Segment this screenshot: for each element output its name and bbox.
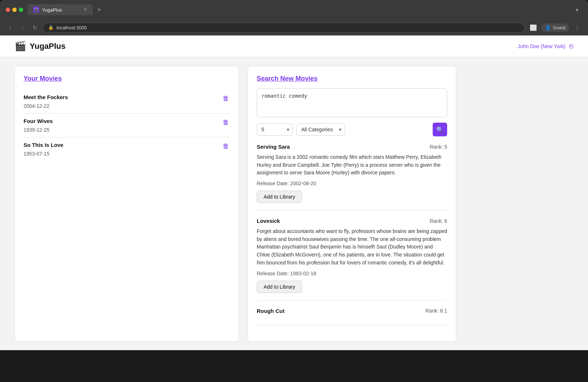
delete-movie-button-0[interactable]: 🗑 — [222, 94, 230, 103]
movie-title-2: So This Is Love — [24, 142, 63, 148]
delete-movie-button-1[interactable]: 🗑 — [222, 118, 230, 127]
result-title-0: Serving Sara — [257, 144, 290, 150]
search-icon: 🔍 — [436, 126, 444, 133]
search-result-1: Lovesick Rank: 6 Forget about accountant… — [257, 218, 447, 300]
movie-date-1: 1939-12-25 — [24, 127, 53, 133]
header-user: John Doe (New York) ⎋ — [518, 42, 574, 50]
toolbar-right: ⬜ 👤 Guest ⋮ — [528, 22, 582, 33]
tab-favicon: 🎬 — [33, 7, 39, 13]
new-tab-button[interactable]: + — [96, 6, 103, 14]
tab-bar: 🎬 YugaPlus × + — [28, 4, 568, 15]
movie-date-0: 2004-12-22 — [24, 103, 68, 109]
guest-profile-button[interactable]: 👤 Guest — [541, 24, 569, 32]
close-window-button[interactable] — [6, 8, 10, 12]
back-icon: ‹ — [9, 24, 11, 31]
refresh-button[interactable]: ↻ — [30, 23, 39, 32]
browser-menu-right[interactable]: ▾ — [572, 5, 582, 15]
category-select[interactable]: All Categories Action Comedy Drama Horro… — [297, 123, 345, 136]
menu-dots-icon: ⋮ — [574, 24, 580, 31]
movie-item-2: So This Is Love 1953-07-15 🗑 — [24, 137, 230, 161]
movie-title-0: Meet the Fockers — [24, 94, 68, 100]
forward-icon: › — [21, 24, 23, 31]
browser-tab-yugaplus[interactable]: 🎬 YugaPlus × — [28, 4, 93, 15]
browser-window: 🎬 YugaPlus × + ▾ ‹ › ↻ 🔒 localhost:3000 … — [0, 0, 588, 350]
browser-menu-button[interactable]: ⋮ — [572, 22, 582, 33]
result-rank-1: Rank: 6 — [430, 218, 447, 224]
dropdown-icon: ▾ — [576, 7, 579, 13]
browser-titlebar: 🎬 YugaPlus × + ▾ — [0, 0, 588, 20]
logout-button[interactable]: ⎋ — [569, 42, 574, 50]
results-count-select[interactable]: 5 10 15 20 — [257, 123, 293, 136]
tab-title: YugaPlus — [42, 7, 62, 13]
guest-label: Guest — [553, 25, 566, 30]
result-header-0: Serving Sara Rank: 5 — [257, 144, 447, 150]
traffic-lights — [6, 8, 23, 12]
movie-info-1: Four Wives 1939-12-25 — [24, 118, 53, 133]
result-header-1: Lovesick Rank: 6 — [257, 218, 447, 224]
search-button[interactable]: 🔍 — [433, 123, 447, 136]
search-controls: 5 10 15 20 All Categories Action Comedy … — [257, 123, 447, 136]
main-layout: Your Movies Meet the Fockers 2004-12-22 … — [0, 57, 471, 350]
result-rank-0: Rank: 5 — [430, 144, 447, 150]
minimize-window-button[interactable] — [12, 8, 17, 12]
result-description-0: Serving Sara is a 2002 romantic comedy f… — [257, 153, 447, 177]
extensions-button[interactable]: ⬜ — [528, 22, 538, 33]
app-logo-text: YugaPlus — [30, 42, 66, 51]
browser-toolbar: ‹ › ↻ 🔒 localhost:3000 ⬜ 👤 Guest ⋮ — [0, 20, 588, 35]
movie-item-0: Meet the Fockers 2004-12-22 🗑 — [24, 90, 230, 114]
result-rank-2: Rank: 6.1 — [425, 308, 447, 314]
add-to-library-button-1[interactable]: Add to Library — [257, 281, 302, 293]
page-content: 🎬 YugaPlus John Doe (New York) ⎋ Your Mo… — [0, 35, 588, 350]
result-description-1: Forget about accountants who want to fly… — [257, 228, 447, 267]
movie-info-0: Meet the Fockers 2004-12-22 — [24, 94, 68, 109]
result-date-1: Release Date: 1983-02-18 — [257, 271, 447, 276]
your-movies-panel: Your Movies Meet the Fockers 2004-12-22 … — [14, 66, 239, 341]
results-count-wrapper: 5 10 15 20 — [257, 123, 293, 136]
movie-date-2: 1953-07-15 — [24, 151, 63, 157]
add-to-library-button-0[interactable]: Add to Library — [257, 191, 302, 203]
app-header: 🎬 YugaPlus John Doe (New York) ⎋ — [0, 35, 588, 57]
result-title-1: Lovesick — [257, 218, 280, 224]
forward-button[interactable]: › — [18, 23, 27, 32]
extensions-icon: ⬜ — [530, 24, 537, 31]
search-input[interactable]: romantic comedy — [257, 88, 447, 117]
search-movies-panel: Search New Movies romantic comedy 5 10 1… — [248, 66, 456, 341]
profile-icon: 👤 — [545, 25, 551, 30]
movie-item-1: Four Wives 1939-12-25 🗑 — [24, 114, 230, 137]
user-name-label: John Doe (New York) — [518, 43, 566, 49]
back-button[interactable]: ‹ — [6, 23, 14, 32]
result-title-2: Rough Cut — [257, 308, 285, 314]
category-wrapper: All Categories Action Comedy Drama Horro… — [297, 123, 345, 136]
search-result-0: Serving Sara Rank: 5 Serving Sara is a 2… — [257, 144, 447, 211]
search-result-2: Rough Cut Rank: 6.1 — [257, 308, 447, 325]
address-bar[interactable]: 🔒 localhost:3000 — [43, 23, 525, 33]
your-movies-title: Your Movies — [24, 75, 230, 82]
result-date-0: Release Date: 2002-08-20 — [257, 181, 447, 186]
result-header-2: Rough Cut Rank: 6.1 — [257, 308, 447, 314]
movie-title-1: Four Wives — [24, 118, 53, 124]
lock-icon: 🔒 — [48, 25, 54, 30]
search-movies-title: Search New Movies — [257, 75, 447, 82]
url-display: localhost:3000 — [56, 25, 87, 30]
delete-movie-button-2[interactable]: 🗑 — [222, 142, 230, 151]
refresh-icon: ↻ — [33, 24, 37, 31]
maximize-window-button[interactable] — [19, 8, 23, 12]
movie-info-2: So This Is Love 1953-07-15 — [24, 142, 63, 157]
app-logo: 🎬 YugaPlus — [14, 41, 66, 52]
tab-close-button[interactable]: × — [84, 7, 87, 13]
app-logo-icon: 🎬 — [14, 41, 26, 52]
